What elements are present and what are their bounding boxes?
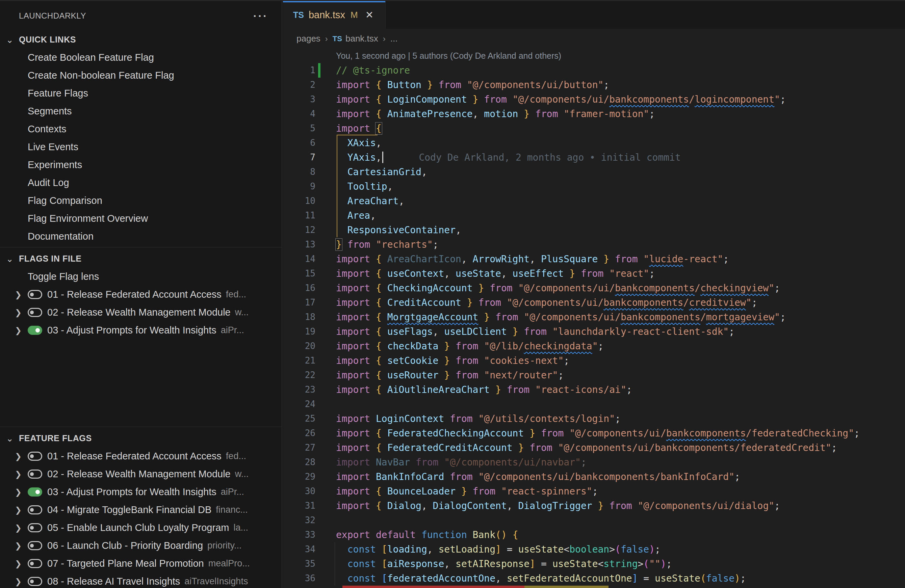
code-editor[interactable]: You, 1 second ago | 5 authors (Cody De A…	[283, 49, 905, 588]
code-line-36[interactable]: 36 const [federatedAccountOne, setFedera…	[283, 571, 905, 586]
sidebar-item-flag-environment-overview[interactable]: Flag Environment Overview	[0, 209, 282, 228]
code-line-26[interactable]: 26import { FederatedCheckingAccount } fr…	[283, 426, 905, 441]
code-line-35[interactable]: 35 const [aiResponse, setAIResponse] = u…	[283, 556, 905, 571]
line-number[interactable]: 16	[283, 281, 315, 295]
sidebar-item-toggle-flag-lens[interactable]: Toggle Flag lens	[0, 268, 282, 285]
section-header-quick-links[interactable]: ⌄QUICK LINKS	[0, 31, 282, 49]
sidebar-item-create-non-boolean-feature-flag[interactable]: Create Non-boolean Feature Flag	[0, 67, 282, 84]
code-line-7[interactable]: 7 YAxis,Cody De Arkland, 2 months ago • …	[283, 150, 905, 165]
close-icon[interactable]: ✕	[365, 9, 373, 21]
breadcrumb-symbol[interactable]: ...	[391, 33, 398, 44]
section-header-feature-flags[interactable]: ⌄FEATURE FLAGS	[0, 430, 282, 447]
code-line-17[interactable]: 17import { CreditAccount } from "@/compo…	[283, 295, 905, 310]
code-line-3[interactable]: 3import { LoginComponent } from "@/compo…	[283, 92, 905, 107]
flag-row-05-enable-launch-club-loyalty-program[interactable]: ❯05 - Enable Launch Club Loyalty Program…	[0, 519, 282, 537]
toggle-off-icon[interactable]	[28, 308, 42, 317]
line-number[interactable]: 31	[283, 499, 315, 513]
breadcrumb-file[interactable]: bank.tsx	[345, 33, 378, 44]
toggle-off-icon[interactable]	[28, 505, 42, 514]
flag-row-01-release-federated-account-access[interactable]: ❯01 - Release Federated Account Accessfe…	[0, 447, 282, 465]
code-line-4[interactable]: 4import { AnimatePresence, motion } from…	[283, 107, 905, 121]
code-line-2[interactable]: 2import { Button } from "@/components/ui…	[283, 78, 905, 92]
line-number[interactable]: 32	[283, 513, 315, 528]
code-line-31[interactable]: 31import { Dialog, DialogContent, Dialog…	[283, 499, 905, 513]
code-line-33[interactable]: 33export default function Bank() {	[283, 528, 905, 542]
chevron-right-icon[interactable]: ❯	[15, 487, 27, 497]
tab-bank-tsx[interactable]: TS bank.tsx M ✕	[283, 1, 386, 29]
line-number[interactable]: 5	[283, 121, 315, 136]
line-number[interactable]: 11	[283, 208, 315, 223]
flag-row-02-release-wealth-management-module[interactable]: ❯02 - Release Wealth Management Modulew.…	[0, 303, 282, 321]
line-number[interactable]: 23	[283, 382, 315, 397]
toggle-off-icon[interactable]	[28, 559, 42, 568]
line-number[interactable]: 19	[283, 324, 315, 339]
flag-row-03-adjust-prompts-for-wealth-insights[interactable]: ❯03 - Adjust Prompts for Wealth Insights…	[0, 483, 282, 501]
line-number[interactable]: 2	[283, 78, 315, 92]
line-number[interactable]: 35	[283, 556, 315, 571]
line-number[interactable]: 28	[283, 455, 315, 469]
code-line-1[interactable]: 1// @ts-ignore	[283, 63, 905, 78]
code-line-19[interactable]: 19import { useFlags, useLDClient } from …	[283, 324, 905, 339]
line-number[interactable]: 21	[283, 353, 315, 368]
code-line-11[interactable]: 11 Area,	[283, 208, 905, 223]
line-number[interactable]: 29	[283, 469, 315, 484]
line-number[interactable]: 36	[283, 571, 315, 586]
code-line-8[interactable]: 8 CartesianGrid,	[283, 165, 905, 179]
chevron-right-icon[interactable]: ❯	[15, 559, 27, 568]
line-number[interactable]: 33	[283, 528, 315, 542]
toggle-on-icon[interactable]	[28, 326, 42, 335]
line-number[interactable]: 1	[283, 63, 315, 78]
code-line-13[interactable]: 13} from "recharts";	[283, 237, 905, 252]
more-actions-icon[interactable]: ···	[253, 13, 268, 19]
section-header-flags-in-file[interactable]: ⌄FLAGS IN FILE	[0, 250, 282, 268]
code-line-25[interactable]: 25import LoginContext from "@/utils/cont…	[283, 412, 905, 426]
code-line-5[interactable]: 5import {	[283, 121, 905, 136]
toggle-off-icon[interactable]	[28, 577, 42, 586]
code-line-28[interactable]: 28import NavBar from "@/components/ui/na…	[283, 455, 905, 469]
sidebar-item-live-events[interactable]: Live Events	[0, 138, 282, 156]
flag-row-07-targeted-plane-meal-promotion[interactable]: ❯07 - Targeted Plane Meal PromotionmealP…	[0, 555, 282, 572]
line-number[interactable]: 18	[283, 310, 315, 324]
line-number[interactable]: 4	[283, 107, 315, 121]
line-number[interactable]: 34	[283, 542, 315, 556]
line-number[interactable]: 30	[283, 484, 315, 499]
line-number[interactable]: 10	[283, 194, 315, 208]
code-line-14[interactable]: 14import { AreaChartIcon, ArrowRight, Pl…	[283, 252, 905, 266]
code-line-20[interactable]: 20import { checkData } from "@/lib/check…	[283, 339, 905, 353]
flag-row-01-release-federated-account-access[interactable]: ❯01 - Release Federated Account Accessfe…	[0, 285, 282, 303]
line-number[interactable]: 27	[283, 441, 315, 455]
code-line-15[interactable]: 15import { useContext, useState, useEffe…	[283, 266, 905, 281]
chevron-right-icon[interactable]: ❯	[15, 326, 27, 335]
line-number[interactable]: 13	[283, 237, 315, 252]
chevron-right-icon[interactable]: ❯	[15, 308, 27, 317]
code-line-29[interactable]: 29import BankInfoCard from "@/components…	[283, 469, 905, 484]
sidebar-item-audit-log[interactable]: Audit Log	[0, 174, 282, 192]
code-line-16[interactable]: 16import { CheckingAccount } from "@/com…	[283, 281, 905, 295]
line-number[interactable]: 15	[283, 266, 315, 281]
line-number[interactable]: 8	[283, 165, 315, 179]
code-line-30[interactable]: 30import { BounceLoader } from "react-sp…	[283, 484, 905, 499]
line-number[interactable]: 7	[283, 150, 315, 165]
chevron-right-icon[interactable]: ❯	[15, 469, 27, 479]
code-line-34[interactable]: 34 const [loading, setLoading] = useStat…	[283, 542, 905, 556]
code-line-18[interactable]: 18import { MorgtgageAccount } from "@/co…	[283, 310, 905, 324]
toggle-off-icon[interactable]	[28, 523, 42, 532]
sidebar-item-documentation[interactable]: Documentation	[0, 228, 282, 246]
sidebar-item-create-boolean-feature-flag[interactable]: Create Boolean Feature Flag	[0, 49, 282, 67]
code-line-27[interactable]: 27import { FederatedCreditAccount } from…	[283, 441, 905, 455]
chevron-right-icon[interactable]: ❯	[15, 577, 27, 586]
chevron-right-icon[interactable]: ❯	[15, 290, 27, 300]
toggle-off-icon[interactable]	[28, 541, 42, 550]
line-number[interactable]: 17	[283, 295, 315, 310]
line-number[interactable]: 9	[283, 179, 315, 194]
code-line-24[interactable]: 24	[283, 397, 905, 412]
code-line-32[interactable]: 32	[283, 513, 905, 528]
toggle-off-icon[interactable]	[28, 452, 42, 461]
line-number[interactable]: 25	[283, 412, 315, 426]
code-line-22[interactable]: 22import { useRouter } from "next/router…	[283, 368, 905, 382]
sidebar-item-flag-comparison[interactable]: Flag Comparison	[0, 192, 282, 209]
line-number[interactable]: 14	[283, 252, 315, 266]
flag-row-08-release-ai-travel-insights[interactable]: ❯08 - Release AI Travel InsightsaiTravel…	[0, 572, 282, 588]
chevron-right-icon[interactable]: ❯	[15, 505, 27, 515]
line-number[interactable]: 26	[283, 426, 315, 441]
